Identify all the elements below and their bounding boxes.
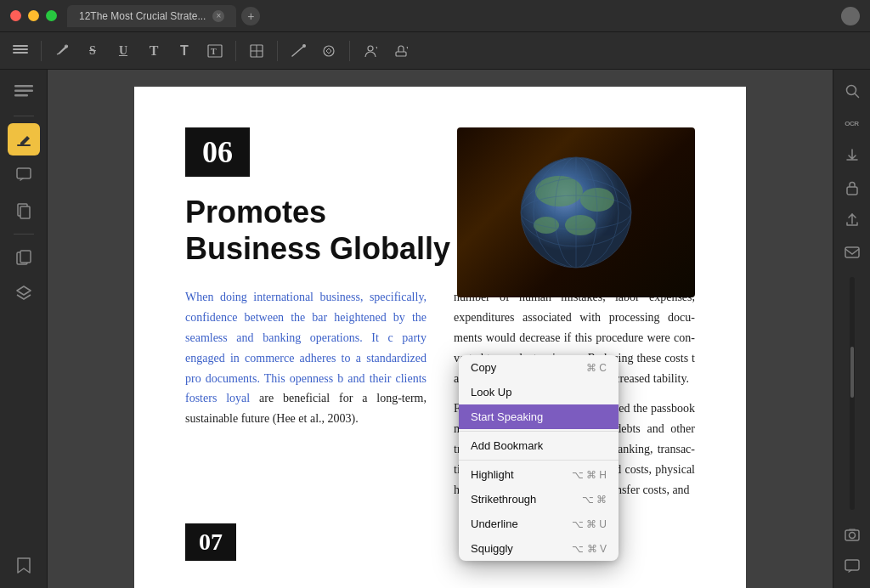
lookup-menu-item[interactable]: Look Up bbox=[459, 380, 619, 404]
camera-icon[interactable] bbox=[838, 520, 867, 549]
context-menu-separator-2 bbox=[459, 460, 619, 461]
strikethrough-shortcut: ⌥ ⌘ bbox=[582, 494, 607, 506]
svg-text:▼: ▼ bbox=[405, 45, 408, 51]
sidebar-highlight-icon[interactable] bbox=[8, 123, 40, 155]
tab-close-button[interactable]: × bbox=[212, 10, 224, 22]
highlight-label: Highlight bbox=[471, 468, 514, 481]
start-speaking-label: Start Speaking bbox=[471, 410, 543, 423]
title-line-1: Promotes bbox=[185, 195, 326, 229]
svg-rect-1 bbox=[13, 48, 28, 50]
svg-text:T: T bbox=[211, 47, 217, 56]
right-sidebar: OCR bbox=[833, 70, 870, 588]
left-sidebar bbox=[0, 70, 48, 588]
sidebar-read-icon[interactable] bbox=[8, 76, 40, 109]
toolbar-separator-4 bbox=[349, 41, 350, 61]
sidebar-pages-icon[interactable] bbox=[8, 195, 40, 227]
active-tab[interactable]: 12The Most Crucial Strate... × bbox=[67, 5, 236, 27]
document-area: 06 Promotes Business Globally When doing… bbox=[48, 70, 833, 588]
draw-line-icon[interactable] bbox=[285, 37, 312, 65]
avatar bbox=[841, 7, 860, 25]
chapter-number: 06 bbox=[185, 127, 250, 177]
underline-icon[interactable]: U bbox=[110, 37, 137, 65]
chapter-07-number: 07 bbox=[185, 523, 236, 561]
sidebar-bookmark-icon[interactable] bbox=[8, 549, 40, 581]
text-icon[interactable]: T bbox=[140, 37, 167, 65]
lock-icon[interactable] bbox=[838, 173, 867, 202]
traffic-lights bbox=[10, 10, 57, 21]
svg-rect-14 bbox=[396, 52, 406, 56]
svg-rect-38 bbox=[847, 187, 857, 195]
svg-rect-21 bbox=[20, 206, 30, 218]
squiggly-label: Squiggly bbox=[471, 542, 513, 555]
svg-point-11 bbox=[324, 46, 334, 56]
annotation-icon[interactable] bbox=[48, 37, 76, 65]
svg-point-12 bbox=[368, 46, 373, 51]
svg-rect-18 bbox=[14, 94, 28, 97]
ocr-icon[interactable]: OCR bbox=[838, 109, 867, 138]
toolbar-separator bbox=[41, 41, 42, 61]
comment-icon[interactable] bbox=[838, 552, 867, 581]
sidebar-copy-icon[interactable] bbox=[8, 241, 40, 274]
document-page: 06 Promotes Business Globally When doing… bbox=[134, 87, 746, 588]
toolbar-separator-2 bbox=[235, 41, 236, 61]
toolbar: S U T T T ▼ ▼ bbox=[0, 32, 870, 70]
left-column: When doing international business, speci… bbox=[185, 287, 427, 510]
svg-line-37 bbox=[855, 94, 858, 98]
new-tab-button[interactable]: + bbox=[241, 7, 260, 25]
tab-title: 12The Most Crucial Strate... bbox=[79, 10, 206, 22]
svg-point-28 bbox=[565, 215, 596, 235]
mail-icon[interactable] bbox=[838, 238, 867, 267]
share-icon[interactable] bbox=[838, 206, 867, 235]
title-line-2: Business Globally bbox=[185, 231, 450, 266]
sidebar-layers-icon[interactable] bbox=[8, 277, 40, 309]
text-box-icon[interactable]: T bbox=[201, 37, 229, 65]
svg-point-26 bbox=[535, 176, 583, 206]
sidebar-comments-icon[interactable] bbox=[8, 159, 40, 191]
stamp-icon[interactable]: ▼ bbox=[387, 37, 415, 65]
search-icon[interactable] bbox=[838, 76, 867, 105]
svg-rect-39 bbox=[845, 247, 859, 257]
strikethrough-label: Strikethrough bbox=[471, 493, 536, 506]
squiggly-menu-item[interactable]: Squiggly ⌥ ⌘ V bbox=[459, 536, 619, 561]
svg-rect-16 bbox=[14, 85, 33, 88]
start-speaking-menu-item[interactable]: Start Speaking bbox=[459, 404, 619, 429]
maximize-button[interactable] bbox=[46, 10, 57, 21]
add-bookmark-menu-item[interactable]: Add Bookmark bbox=[459, 433, 619, 458]
table-icon[interactable] bbox=[243, 37, 270, 65]
context-menu-separator-1 bbox=[459, 431, 619, 432]
strikethrough-icon[interactable]: S bbox=[79, 37, 106, 65]
sidebar-separator-2 bbox=[14, 234, 34, 235]
svg-rect-19 bbox=[17, 168, 31, 178]
text-large-icon[interactable]: T bbox=[171, 37, 198, 65]
shape-icon[interactable] bbox=[315, 37, 342, 65]
underline-shortcut: ⌥ ⌘ U bbox=[572, 518, 607, 530]
read-mode-icon[interactable] bbox=[7, 37, 34, 65]
globe-image bbox=[457, 127, 695, 297]
svg-rect-42 bbox=[845, 560, 859, 570]
highlighted-paragraph: When doing international business, speci… bbox=[185, 291, 427, 404]
strikethrough-menu-item[interactable]: Strikethrough ⌥ ⌘ bbox=[459, 487, 619, 512]
copy-shortcut: ⌘ C bbox=[586, 362, 607, 374]
scrollbar-thumb[interactable] bbox=[850, 347, 854, 398]
person-icon[interactable]: ▼ bbox=[357, 37, 384, 65]
svg-line-9 bbox=[292, 46, 304, 56]
document-scroll[interactable]: 06 Promotes Business Globally When doing… bbox=[48, 70, 833, 588]
squiggly-shortcut: ⌥ ⌘ V bbox=[572, 543, 607, 555]
copy-menu-item[interactable]: Copy ⌘ C bbox=[459, 355, 619, 380]
minimize-button[interactable] bbox=[28, 10, 39, 21]
close-button[interactable] bbox=[10, 10, 21, 21]
body-text-left: When doing international business, speci… bbox=[185, 287, 427, 429]
highlight-menu-item[interactable]: Highlight ⌥ ⌘ H bbox=[459, 462, 619, 487]
add-bookmark-label: Add Bookmark bbox=[471, 439, 543, 452]
underline-menu-item[interactable]: Underline ⌥ ⌘ U bbox=[459, 512, 619, 536]
svg-text:▼: ▼ bbox=[375, 45, 377, 51]
svg-point-10 bbox=[302, 44, 306, 48]
svg-rect-17 bbox=[14, 90, 33, 93]
underline-label: Underline bbox=[471, 517, 518, 530]
scrollbar[interactable] bbox=[850, 277, 855, 510]
sidebar-separator-1 bbox=[14, 116, 34, 116]
titlebar: 12The Most Crucial Strate... × + bbox=[0, 0, 870, 32]
download-icon[interactable] bbox=[838, 141, 867, 170]
highlight-shortcut: ⌥ ⌘ H bbox=[572, 469, 607, 481]
svg-rect-0 bbox=[13, 45, 28, 47]
